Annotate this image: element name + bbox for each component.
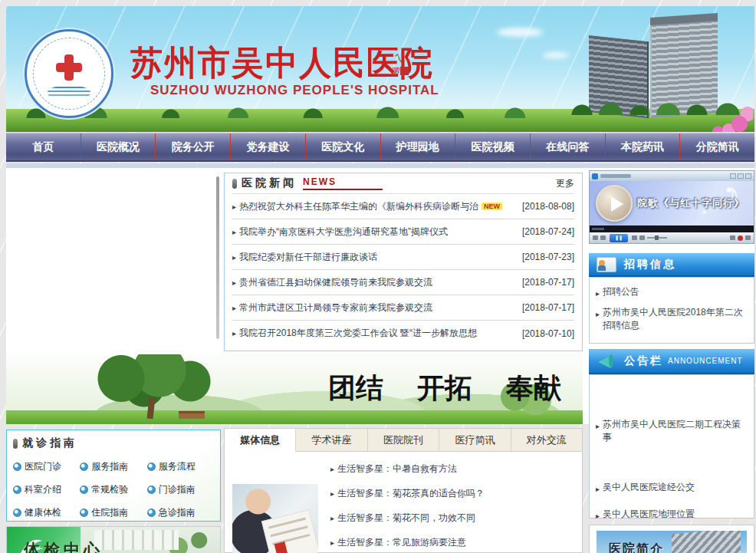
- news-date: [2018-07-23]: [522, 252, 574, 262]
- guide-link-emergency-guide[interactable]: 急诊指南: [147, 501, 214, 522]
- news-section-subtitle: NEWS: [303, 176, 383, 190]
- record-icon[interactable]: [738, 235, 743, 241]
- guide-link-outpatient-guide[interactable]: 门诊指南: [147, 478, 214, 501]
- settings-icon[interactable]: [730, 235, 735, 240]
- news-date: [2018-07-10]: [522, 328, 574, 339]
- arrow-bullet-icon: ▸: [596, 308, 600, 332]
- announcement-item[interactable]: ▸ 苏州市吴中人民医院二期工程决策事: [596, 418, 748, 444]
- arrow-bullet-icon: ▸: [330, 538, 334, 547]
- article-item[interactable]: ▸ 生活智多星：菊花不同，功效不同: [330, 505, 574, 530]
- news-date: [2018-07-24]: [522, 226, 574, 237]
- playlist-icon[interactable]: [639, 235, 645, 240]
- arrow-bullet-icon: ▸: [232, 228, 236, 236]
- stop-icon[interactable]: [593, 235, 598, 240]
- guide-link-service-flow[interactable]: 服务流程: [147, 455, 214, 478]
- news-date: [2018-07-17]: [522, 277, 574, 288]
- arrow-bullet-icon: ▸: [232, 329, 236, 337]
- nav-online-qa[interactable]: 在线问答: [530, 133, 605, 160]
- next-icon[interactable]: [632, 235, 637, 240]
- capsule-bullet-icon: [232, 179, 237, 189]
- player-app-title: [600, 174, 631, 178]
- article-item[interactable]: ▸ 生活智多星：菊花茶真的适合你吗？: [330, 481, 574, 505]
- fullscreen-icon[interactable]: [745, 235, 751, 240]
- tab-academic-lectures[interactable]: 学术讲座: [296, 429, 367, 451]
- nav-home[interactable]: 首页: [6, 133, 81, 160]
- tab-media-info[interactable]: 媒体信息: [225, 429, 296, 452]
- circle-arrow-icon: [147, 462, 156, 471]
- volume-slider[interactable]: [647, 237, 667, 239]
- article-list: ▸ 生活智多星：中暑自救有方法 ▸ 生活智多星：菊花茶真的适合你吗？ ▸ 生活智…: [330, 456, 574, 553]
- water-waves-icon: [48, 85, 90, 99]
- nav-pharmacy-news[interactable]: 本院药讯: [605, 133, 680, 160]
- news-item[interactable]: ▸ 我院召开2018年度第三次党委工作会议 暨“进一步解放思想 [2018-07…: [232, 321, 574, 346]
- announcement-title: 公告栏: [624, 354, 663, 368]
- news-item[interactable]: ▸ 常州市武进区卫计局领导专家前来我院参观交流 [2018-07-17]: [232, 295, 574, 321]
- checkup-center-banner[interactable]: 体检中心: [6, 526, 221, 553]
- arrow-bullet-icon: ▸: [596, 287, 600, 300]
- previous-icon[interactable]: [600, 235, 606, 240]
- maximize-icon[interactable]: [738, 173, 744, 179]
- red-cross-icon: [56, 54, 82, 81]
- announcement-header: 公告栏 ANNOUNCEMENT: [589, 349, 754, 374]
- nav-hospital-culture[interactable]: 医院文化: [305, 133, 380, 160]
- recruitment-header: 招聘信息: [589, 253, 754, 277]
- news-item[interactable]: ▸ 贵州省德江县妇幼保健院领导前来我院参观交流 [2018-07-17]: [232, 270, 574, 295]
- play-button[interactable]: [596, 185, 633, 222]
- circle-arrow-icon: [80, 462, 88, 471]
- guide-link-departments[interactable]: 科室介绍: [13, 478, 80, 501]
- tab-hospital-journal[interactable]: 医院院刊: [368, 429, 439, 451]
- announcement-item[interactable]: ▸ 吴中人民医院途经公交: [596, 481, 748, 495]
- circle-arrow-icon: [13, 509, 21, 517]
- player-viewport: ♪ 院歌《与红十字同行》: [590, 181, 754, 225]
- tab-medical-briefs[interactable]: 医疗简讯: [439, 429, 511, 451]
- announcement-item[interactable]: ▸ 吴中人民医院地理位置: [596, 508, 748, 522]
- guide-link-routine-tests[interactable]: 常规检验: [80, 478, 146, 501]
- article-thumbnail-image[interactable]: [232, 484, 318, 553]
- calligraphy-seal: 乀㑩: [388, 54, 411, 87]
- nav-nursing[interactable]: 护理园地: [380, 133, 455, 160]
- recruitment-item[interactable]: ▸ 苏州市吴中人民医院2018年第二次招聘信息: [596, 306, 748, 332]
- arrow-bullet-icon: ▸: [232, 202, 236, 211]
- news-item[interactable]: ▸ 热烈祝贺大外科主任陈革华主编的《新编外科疾病诊断与治 NEW [2018-0…: [232, 194, 574, 219]
- arrow-bullet-icon: ▸: [232, 278, 236, 287]
- slogan-banner: 团结 开拓 奉献: [6, 353, 583, 424]
- header-banner: 苏州市吴中人民医院 SUZHOU WUZHONG PEOPLE'S HOSPIT…: [6, 6, 754, 132]
- arrow-bullet-icon: ▸: [596, 420, 600, 444]
- bench-decoration: [179, 411, 205, 419]
- recruitment-icon: [597, 257, 616, 272]
- article-item[interactable]: ▸ 生活智多星：中暑自救有方法: [330, 456, 574, 481]
- hospital-logo[interactable]: [25, 29, 113, 118]
- guide-link-service-guide[interactable]: 服务指南: [80, 455, 146, 478]
- hospital-intro-box[interactable]: 医院简介: [589, 525, 754, 553]
- close-icon[interactable]: [745, 173, 751, 179]
- scrollbar[interactable]: [216, 176, 219, 339]
- video-caption: 院歌《与红十字同行》: [637, 196, 744, 210]
- news-more-link[interactable]: 更多: [556, 177, 574, 190]
- news-item[interactable]: ▸ 我院纪委对新任干部进行廉政谈话 [2018-07-23]: [232, 245, 574, 270]
- nav-affairs-disclosure[interactable]: 院务公开: [155, 133, 230, 160]
- news-section: 医院新闻 NEWS 更多 ▸ 热烈祝贺大外科主任陈革华主编的《新编外科疾病诊断与…: [224, 173, 583, 351]
- guide-link-outpatient[interactable]: 医院门诊: [13, 455, 80, 478]
- guide-link-health-checkup[interactable]: 健康体检: [13, 501, 80, 522]
- hospital-homepage: 苏州市吴中人民医院 SUZHOU WUZHONG PEOPLE'S HOSPIT…: [0, 0, 756, 553]
- recruitment-item[interactable]: ▸ 招聘公告: [596, 285, 748, 300]
- minimize-icon[interactable]: [730, 173, 736, 179]
- slideshow-placeholder: [8, 172, 221, 347]
- announcement-list: ▸ 苏州市吴中人民医院二期工程决策事 ▸ 吴中人民医院途经公交 ▸ 吴中人民医院…: [589, 374, 754, 518]
- circle-arrow-icon: [13, 462, 21, 471]
- intro-building-image: 医院简介: [597, 531, 747, 553]
- news-item[interactable]: ▸ 我院举办“南京医科大学医患沟通研究基地”揭牌仪式 [2018-07-24]: [232, 219, 574, 245]
- checkup-building-image: [94, 530, 179, 550]
- arrow-bullet-icon: ▸: [330, 465, 334, 473]
- nav-hospital-overview[interactable]: 医院概况: [81, 133, 156, 160]
- tab-external-exchange[interactable]: 对外交流: [511, 429, 582, 451]
- pause-button[interactable]: ❚❚: [610, 234, 628, 242]
- circle-arrow-icon: [13, 486, 21, 494]
- nav-hospital-video[interactable]: 医院视频: [455, 133, 530, 160]
- article-item[interactable]: ▸ 生活智多星：常见旅游病要注意: [330, 530, 574, 553]
- nav-party-building[interactable]: 党务建设: [230, 133, 305, 160]
- nav-branch-intro[interactable]: 分院简讯: [679, 133, 754, 160]
- circle-arrow-icon: [80, 486, 88, 494]
- arrow-bullet-icon: ▸: [330, 489, 334, 498]
- guide-link-inpatient-guide[interactable]: 住院指南: [80, 501, 146, 522]
